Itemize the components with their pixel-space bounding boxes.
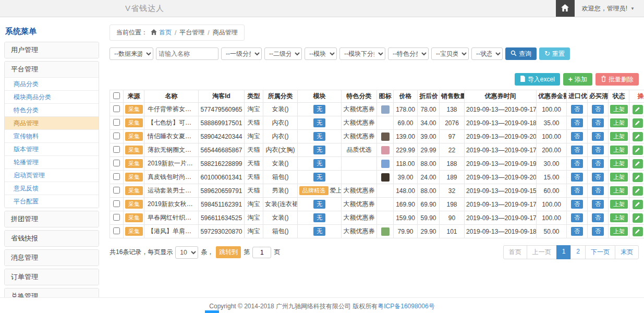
filter-module[interactable]: --模块-- [305, 47, 337, 60]
filter-status[interactable]: --状态-- [471, 47, 503, 60]
pagination-bar: 共16条记录，每页显示 10 条， 跳转到 第 页 首页上一页12下一页末页 [110, 245, 639, 259]
import-excel-button[interactable]: 导入excel [515, 73, 560, 86]
filter-module-subcategory[interactable]: --模块下分类-- [339, 47, 385, 60]
row-checkbox[interactable] [113, 227, 120, 234]
edit-button[interactable] [633, 118, 643, 128]
product-thumbnail [381, 227, 390, 236]
filter-data-source[interactable]: --数据来源-- [110, 47, 153, 60]
reset-button[interactable]: ↻ 重置 [539, 47, 570, 60]
must-buy-toggle[interactable]: 否 [592, 105, 604, 114]
status-toggle[interactable]: 上架 [610, 186, 628, 195]
import-select-toggle[interactable]: 否 [571, 159, 583, 168]
page-button-3[interactable]: 2 [570, 245, 586, 259]
sidebar-subitem-1-1[interactable]: 模块商品分类 [5, 90, 99, 103]
edit-button[interactable] [633, 173, 643, 182]
edit-button[interactable] [633, 200, 643, 209]
breadcrumb-section: 平台管理 [179, 28, 204, 37]
sidebar-subitem-1-2[interactable]: 特色分类 [5, 103, 99, 116]
import-select-toggle[interactable]: 否 [571, 146, 583, 154]
import-select-toggle[interactable]: 否 [571, 227, 583, 236]
edit-button[interactable] [633, 227, 643, 236]
must-buy-toggle[interactable]: 否 [592, 227, 604, 236]
status-toggle[interactable]: 上架 [610, 146, 628, 154]
status-toggle[interactable]: 上架 [610, 173, 628, 182]
must-buy-toggle[interactable]: 否 [592, 146, 604, 154]
row-checkbox[interactable] [113, 119, 120, 126]
name-search-input[interactable] [156, 47, 218, 60]
row-checkbox[interactable] [113, 187, 120, 194]
must-buy-toggle[interactable]: 否 [592, 159, 604, 168]
sidebar-subitem-1-5[interactable]: 版本管理 [5, 142, 99, 155]
page-button-4[interactable]: 下一页 [585, 245, 615, 259]
sidebar-subitem-1-9[interactable]: 平台配置 [5, 195, 99, 208]
status-toggle[interactable]: 上架 [610, 105, 628, 114]
status-toggle[interactable]: 上架 [610, 132, 628, 141]
row-checkbox[interactable] [113, 160, 120, 166]
edit-button[interactable] [633, 105, 643, 114]
icp-link[interactable]: 粤ICP备16098006号 [378, 303, 434, 310]
row-checkbox[interactable] [113, 214, 120, 221]
import-select-toggle[interactable]: 否 [571, 200, 583, 209]
home-button[interactable] [556, 0, 575, 17]
must-buy-toggle[interactable]: 否 [592, 118, 604, 127]
row-checkbox[interactable] [113, 200, 120, 207]
import-select-toggle[interactable]: 否 [571, 173, 583, 182]
status-toggle[interactable]: 上架 [610, 159, 628, 168]
coupon-amount: 100.00 [542, 201, 561, 208]
search-button[interactable]: 查询 [505, 47, 537, 60]
jump-button[interactable]: 跳转到 [216, 246, 241, 258]
edit-button[interactable] [633, 132, 643, 141]
status-toggle[interactable]: 上架 [610, 118, 628, 127]
must-buy-toggle[interactable]: 否 [592, 186, 604, 195]
sidebar-subitem-1-7[interactable]: 启动页管理 [5, 168, 99, 182]
user-menu[interactable]: 欢迎您，管理员! ▼ [575, 0, 644, 17]
sidebar-subitem-1-0[interactable]: 商品分类 [5, 77, 99, 90]
import-select-toggle[interactable]: 否 [571, 213, 583, 222]
sidebar-subitem-1-3[interactable]: 商品管理 [5, 116, 99, 129]
status-toggle[interactable]: 上架 [610, 213, 628, 222]
filter-special-category[interactable]: --特色分类-- [388, 47, 429, 60]
add-button[interactable]: + 添加 [563, 73, 592, 86]
must-buy-toggle[interactable]: 否 [592, 173, 604, 182]
sidebar-subitem-1-6[interactable]: 轮播管理 [5, 155, 99, 168]
sidebar-subitem-1-8[interactable]: 意见反馈 [5, 182, 99, 195]
sidebar-item-5[interactable]: 订单管理 [5, 269, 99, 285]
row-checkbox[interactable] [113, 146, 120, 153]
sidebar-item-4[interactable]: 消息管理 [5, 250, 99, 266]
must-buy-toggle[interactable]: 否 [592, 132, 604, 141]
breadcrumb-home-link[interactable]: 首页 [151, 28, 172, 37]
page-number-input[interactable] [252, 247, 271, 258]
select-all-checkbox[interactable] [113, 92, 120, 99]
filter-item-type[interactable]: --宝贝类型-- [431, 47, 469, 60]
page-button-5[interactable]: 末页 [615, 245, 639, 259]
sidebar-item-3[interactable]: 省钱快报 [5, 231, 99, 246]
page-button-0[interactable]: 首页 [503, 245, 527, 259]
edit-button[interactable] [633, 186, 643, 196]
import-select-toggle[interactable]: 否 [571, 186, 583, 195]
price: 159.90 [396, 214, 415, 222]
must-buy-toggle[interactable]: 否 [592, 213, 604, 222]
import-select-toggle[interactable]: 否 [571, 118, 583, 127]
row-checkbox[interactable] [113, 105, 120, 112]
import-select-toggle[interactable]: 否 [571, 132, 583, 141]
filter-level2-category[interactable]: --二级分类-- [264, 47, 302, 60]
sidebar-subitem-1-4[interactable]: 宣传物料 [5, 129, 99, 142]
sidebar-item-0[interactable]: 用户管理 [5, 42, 99, 58]
edit-button[interactable] [633, 146, 643, 155]
batch-delete-button[interactable]: 批量删除 [596, 73, 639, 86]
filter-level1-category[interactable]: --一级分类-- [221, 47, 262, 60]
status-toggle[interactable]: 上架 [610, 227, 628, 236]
page-size-select[interactable]: 10 [175, 246, 198, 259]
page-button-1[interactable]: 上一页 [527, 245, 557, 259]
row-checkbox[interactable] [113, 133, 120, 139]
edit-button[interactable] [633, 159, 643, 168]
row-checkbox[interactable] [113, 173, 120, 180]
import-select-toggle[interactable]: 否 [571, 105, 583, 114]
page-button-2[interactable]: 1 [556, 245, 572, 259]
edit-button[interactable] [633, 213, 643, 223]
sidebar-item-1[interactable]: 平台管理 [5, 62, 99, 77]
sidebar-item-2[interactable]: 拼团管理 [5, 211, 99, 227]
bottom-scrollbar-thumb[interactable] [205, 310, 219, 313]
status-toggle[interactable]: 上架 [610, 200, 628, 209]
must-buy-toggle[interactable]: 否 [592, 200, 604, 209]
